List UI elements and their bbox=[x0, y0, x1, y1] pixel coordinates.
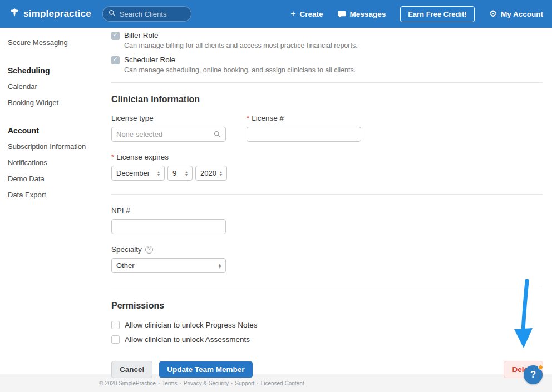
client-search[interactable] bbox=[102, 6, 191, 22]
team-member-form: Biller Role Can manage billing for all c… bbox=[97, 28, 552, 374]
stepper-icon bbox=[157, 171, 160, 176]
expires-year-select[interactable]: 2020 bbox=[195, 166, 227, 181]
expires-month-value: December bbox=[116, 169, 150, 177]
stepper-icon bbox=[219, 263, 221, 269]
clinician-information-title: Clinician Information bbox=[111, 95, 543, 105]
create-label: Create bbox=[300, 10, 323, 18]
required-asterisk bbox=[247, 114, 252, 122]
unlock-progress-notes-checkbox[interactable] bbox=[111, 321, 120, 329]
section-divider bbox=[111, 194, 543, 195]
specialty-select[interactable]: Other bbox=[111, 258, 226, 273]
unlock-assessments-label: Allow clinician to unlock Assessments bbox=[125, 335, 250, 344]
stepper-icon bbox=[220, 171, 222, 176]
my-account-label: My Account bbox=[501, 10, 543, 18]
sidebar-item-data-export[interactable]: Data Export bbox=[8, 187, 97, 203]
sidebar-item-calendar[interactable]: Calendar bbox=[8, 78, 97, 95]
notification-dot bbox=[538, 365, 543, 370]
logo-text: simplepractice bbox=[23, 8, 91, 19]
npi-label: NPI # bbox=[111, 206, 543, 215]
license-type-select[interactable]: None selected bbox=[111, 127, 226, 142]
plus-icon bbox=[290, 9, 295, 18]
biller-role-checkbox bbox=[111, 32, 120, 40]
form-actions: Cancel Update Team Member Delete bbox=[111, 361, 543, 378]
scheduler-role-checkbox bbox=[111, 56, 120, 64]
biller-role-label: Biller Role bbox=[124, 31, 159, 39]
license-type-value: None selected bbox=[116, 130, 162, 138]
unlock-assessments-checkbox[interactable] bbox=[111, 335, 120, 344]
scheduler-role-description: Can manage scheduling, online booking, a… bbox=[124, 66, 543, 74]
cancel-button[interactable]: Cancel bbox=[111, 361, 152, 378]
top-navigation-bar: simplepractice Create Messages Earn Free… bbox=[0, 0, 552, 28]
search-icon bbox=[214, 131, 221, 138]
section-divider bbox=[111, 287, 543, 287]
permission-row-progress-notes: Allow clinician to unlock Progress Notes bbox=[111, 320, 543, 329]
npi-input[interactable] bbox=[111, 219, 226, 234]
license-expires-label: License expires bbox=[111, 153, 543, 161]
permissions-title: Permissions bbox=[111, 301, 543, 311]
scheduler-role-row: Scheduler Role Can manage scheduling, on… bbox=[111, 56, 543, 74]
section-divider bbox=[111, 82, 543, 83]
stepper-icon bbox=[185, 171, 188, 176]
gear-icon bbox=[489, 9, 497, 18]
license-number-label: License # bbox=[247, 114, 361, 122]
expires-day-select[interactable]: 9 bbox=[167, 166, 193, 181]
copyright-text: © 2020 SimplePractice bbox=[99, 380, 156, 386]
footer-link-support[interactable]: Support bbox=[229, 380, 254, 386]
messages-menu[interactable]: Messages bbox=[338, 10, 386, 18]
message-bubble-icon bbox=[338, 10, 346, 18]
help-question-icon: ? bbox=[530, 369, 536, 380]
footer-link-terms[interactable]: Terms bbox=[156, 380, 178, 386]
sidebar-heading-account: Account bbox=[8, 123, 97, 138]
biller-role-description: Can manage billing for all clients and a… bbox=[124, 42, 543, 49]
help-button[interactable]: ? bbox=[524, 365, 543, 384]
sidebar-item-secure-messaging[interactable]: Secure Messaging bbox=[8, 34, 97, 51]
license-expires-controls: December 9 2020 bbox=[111, 166, 543, 181]
sidebar-item-demo-data[interactable]: Demo Data bbox=[8, 171, 97, 187]
earn-free-credit-button[interactable]: Earn Free Credit! bbox=[400, 6, 474, 22]
expires-year-value: 2020 bbox=[200, 169, 216, 177]
footer-link-privacy-security[interactable]: Privacy & Security bbox=[177, 380, 228, 386]
sidebar-item-subscription-information[interactable]: Subscription Information bbox=[8, 138, 97, 155]
messages-label: Messages bbox=[350, 10, 386, 18]
unlock-progress-notes-label: Allow clinician to unlock Progress Notes bbox=[125, 321, 258, 329]
topbar-right: Create Messages Earn Free Credit! My Acc… bbox=[290, 6, 543, 22]
expires-day-value: 9 bbox=[172, 169, 176, 177]
page-body: Secure Messaging Scheduling Calendar Boo… bbox=[0, 28, 552, 374]
simplepractice-app: simplepractice Create Messages Earn Free… bbox=[0, 0, 552, 392]
search-clients-input[interactable] bbox=[120, 10, 185, 18]
roles-section: Biller Role Can manage billing for all c… bbox=[111, 28, 543, 74]
my-account-menu[interactable]: My Account bbox=[489, 9, 543, 18]
license-type-label: License type bbox=[111, 114, 226, 122]
specialty-label: Specialty bbox=[111, 245, 142, 254]
sidebar-heading-scheduling: Scheduling bbox=[8, 63, 97, 78]
scheduler-role-label: Scheduler Role bbox=[124, 56, 175, 64]
biller-role-row: Biller Role Can manage billing for all c… bbox=[111, 31, 543, 49]
specialty-value: Other bbox=[116, 261, 135, 270]
create-menu[interactable]: Create bbox=[290, 9, 323, 18]
required-asterisk bbox=[111, 153, 116, 161]
expires-month-select[interactable]: December bbox=[111, 166, 165, 181]
footer-link-licensed-content[interactable]: Licensed Content bbox=[254, 380, 304, 386]
update-team-member-button[interactable]: Update Team Member bbox=[159, 361, 252, 378]
license-number-input[interactable] bbox=[247, 127, 361, 142]
help-tooltip-icon[interactable] bbox=[145, 246, 153, 254]
permission-row-assessments: Allow clinician to unlock Assessments bbox=[111, 335, 543, 344]
search-icon bbox=[109, 9, 116, 19]
sidebar-item-booking-widget[interactable]: Booking Widget bbox=[8, 95, 97, 111]
simplepractice-logo[interactable]: simplepractice bbox=[9, 7, 91, 21]
simplepractice-logo-icon bbox=[9, 7, 20, 21]
settings-sidebar: Secure Messaging Scheduling Calendar Boo… bbox=[0, 28, 97, 374]
sidebar-item-notifications[interactable]: Notifications bbox=[8, 155, 97, 171]
